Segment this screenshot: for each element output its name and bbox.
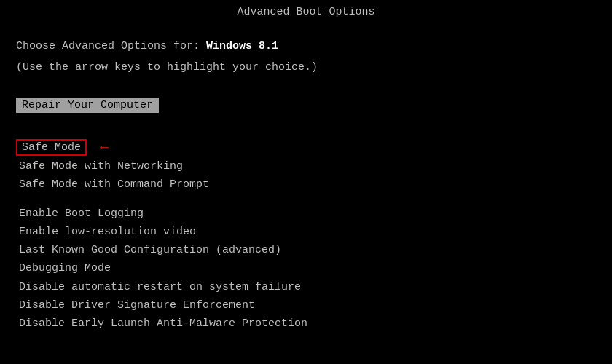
- safe-mode-option[interactable]: Safe Mode: [16, 139, 87, 156]
- safe-mode-group: Safe Mode ← Safe Mode with Networking Sa…: [16, 139, 596, 194]
- arrow-icon: ←: [100, 139, 109, 156]
- repair-your-computer-option[interactable]: Repair Your Computer: [16, 98, 159, 113]
- last-known-good-option[interactable]: Last Known Good Configuration (advanced): [16, 241, 596, 259]
- advanced-options-group: Enable Boot Logging Enable low-resolutio…: [16, 205, 596, 333]
- low-resolution-video-option[interactable]: Enable low-resolution video: [16, 223, 596, 241]
- intro-line1: Choose Advanced Options for: Windows 8.1: [16, 39, 596, 55]
- intro-os-name: Windows 8.1: [206, 40, 278, 52]
- intro-line2: (Use the arrow keys to highlight your ch…: [16, 60, 596, 76]
- disable-restart-option[interactable]: Disable automatic restart on system fail…: [16, 278, 596, 296]
- disable-driver-signature-option[interactable]: Disable Driver Signature Enforcement: [16, 296, 596, 314]
- bios-screen: Advanced Boot Options Choose Advanced Op…: [0, 0, 612, 364]
- enable-boot-logging-option[interactable]: Enable Boot Logging: [16, 205, 596, 223]
- debugging-mode-option[interactable]: Debugging Mode: [16, 259, 596, 277]
- safe-mode-row: Safe Mode ←: [16, 139, 596, 156]
- screen-title: Advanced Boot Options: [237, 6, 374, 18]
- safe-mode-command-prompt-option[interactable]: Safe Mode with Command Prompt: [16, 175, 596, 194]
- title-bar: Advanced Boot Options: [0, 0, 612, 24]
- intro-prefix: Choose Advanced Options for:: [16, 40, 206, 52]
- content-area: Choose Advanced Options for: Windows 8.1…: [0, 24, 612, 357]
- safe-mode-networking-option[interactable]: Safe Mode with Networking: [16, 157, 596, 175]
- disable-anti-malware-option[interactable]: Disable Early Launch Anti-Malware Protec…: [16, 314, 596, 333]
